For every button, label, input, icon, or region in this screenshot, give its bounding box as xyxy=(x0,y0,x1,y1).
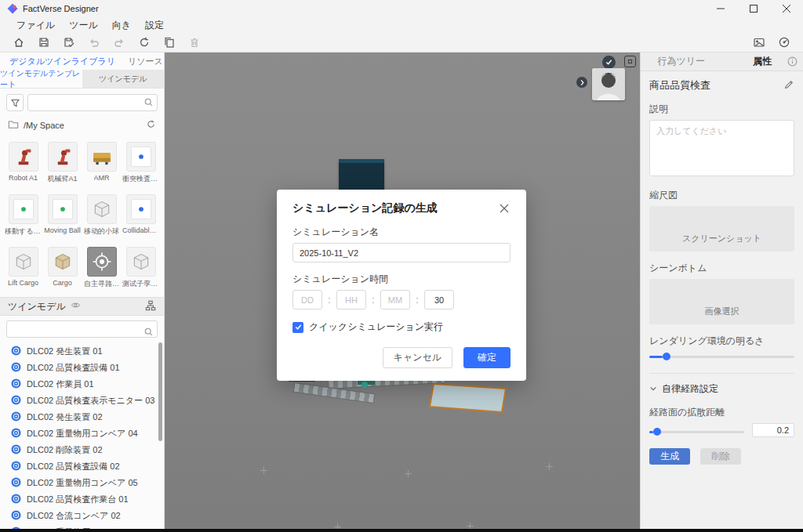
menu-orientation[interactable]: 向き xyxy=(105,17,138,34)
undo-icon[interactable] xyxy=(86,34,102,50)
target-icon xyxy=(87,247,117,277)
slider-thumb[interactable] xyxy=(663,353,670,360)
template-tile-robot-a1[interactable]: Robot A1 xyxy=(5,142,42,184)
twin-model-header-label: ツインモデル xyxy=(8,300,66,313)
twin-model-icon xyxy=(11,510,21,523)
template-tile-amr[interactable]: AMR xyxy=(83,142,120,184)
search-icon xyxy=(144,327,154,339)
redo-icon[interactable] xyxy=(111,34,127,50)
path-action-buttons: 生成 削除 xyxy=(649,448,794,465)
template-tile-moving-ball-zh[interactable]: 移动的小球 xyxy=(83,194,120,237)
quick-simulation-checkbox[interactable] xyxy=(292,322,303,333)
close-button[interactable] xyxy=(770,0,803,17)
visibility-icon[interactable] xyxy=(71,301,81,312)
confirm-check-icon[interactable] xyxy=(602,56,616,69)
folder-refresh-icon[interactable] xyxy=(146,119,156,132)
template-tile-lift-cargo[interactable]: Lift Cargo xyxy=(5,247,42,289)
subtab-twin-model-template[interactable]: ツインモデルテンプレート xyxy=(0,70,82,88)
subtab-twin-model[interactable]: ツインモデル xyxy=(82,70,165,88)
brightness-slider[interactable] xyxy=(649,352,794,361)
titlebar: FactVerse Designer xyxy=(0,0,803,17)
template-grid: Robot A1 机械臂A1 AMR 衝突検査立… 移動する球体 xyxy=(0,136,164,297)
tab-resources[interactable]: リソース xyxy=(128,56,163,67)
save-as-icon[interactable] xyxy=(61,34,77,50)
diffusion-slider[interactable] xyxy=(649,427,744,436)
model-search-input[interactable] xyxy=(6,320,158,338)
refresh-icon[interactable] xyxy=(136,34,152,50)
filter-icon[interactable] xyxy=(6,94,24,111)
template-tile-auto-pathfinding[interactable]: 自主寻路… xyxy=(83,247,120,289)
template-tile-cargo[interactable]: Cargo xyxy=(44,247,81,289)
delete-icon[interactable] xyxy=(187,34,202,50)
delete-path-button[interactable]: 削除 xyxy=(700,448,741,465)
time-hours-input[interactable] xyxy=(336,290,366,309)
list-item[interactable]: DLC02 発生装置 02 xyxy=(0,409,164,425)
minimize-button[interactable] xyxy=(704,0,737,17)
time-days-input[interactable] xyxy=(292,290,322,309)
list-item[interactable]: DLC02 重量物用コンベア 05 xyxy=(0,475,164,491)
info-icon[interactable] xyxy=(787,56,798,69)
folder-row[interactable]: /My Space xyxy=(0,115,164,136)
twin-model-icon xyxy=(11,411,21,424)
list-item[interactable]: DLC02 品質検査作業台 01 xyxy=(0,491,164,508)
diffusion-value-input[interactable] xyxy=(752,423,794,437)
maximize-button[interactable] xyxy=(737,0,770,17)
list-item[interactable]: DLC02 品質検査設備 01 xyxy=(0,360,164,376)
tab-behavior-tree[interactable]: 行為ツリー xyxy=(641,55,722,68)
auto-path-section-label: 自律経路設定 xyxy=(662,382,718,396)
list-item[interactable]: DLC02 合流コンベア 02 xyxy=(0,508,164,524)
avatar-preview[interactable] xyxy=(592,68,625,100)
template-label: Robot A1 xyxy=(9,174,38,182)
list-item[interactable]: DLC02 削除装置 02 xyxy=(0,442,164,458)
list-item-label: DLC02 発生装置 02 xyxy=(27,411,103,423)
scene-selected-panel[interactable] xyxy=(428,382,508,414)
menu-tools[interactable]: ツール xyxy=(62,17,105,34)
screenshot-area[interactable]: スクリーンショット xyxy=(649,206,794,252)
structure-icon[interactable] xyxy=(145,300,156,313)
template-tile-robot-arm-a1[interactable]: 机械臂A1 xyxy=(44,142,81,184)
menu-settings[interactable]: 設定 xyxy=(138,17,171,34)
menu-file[interactable]: ファイル xyxy=(9,17,62,34)
slider-fill xyxy=(649,356,663,358)
twin-model-icon xyxy=(11,362,21,375)
confirm-button[interactable]: 確定 xyxy=(463,347,511,368)
list-item[interactable]: DLC02 品質検査設備 02 xyxy=(0,458,164,475)
template-tile-collidable[interactable]: Collidable… xyxy=(122,194,159,237)
dashboard-icon[interactable] xyxy=(776,34,792,50)
template-tile-collision-check[interactable]: 衝突検査立… xyxy=(122,142,159,184)
template-search-row xyxy=(0,89,164,115)
auto-path-section-header[interactable]: 自律経路設定 xyxy=(649,373,794,396)
save-icon[interactable] xyxy=(36,34,52,50)
frame-select-icon[interactable] xyxy=(624,56,636,67)
list-item[interactable]: DLC02 重量物用コンベア 04 xyxy=(0,425,164,442)
amr-icon xyxy=(87,142,117,172)
template-tile-test-subtwin[interactable]: 测试子孪生体 xyxy=(122,247,159,289)
scene-machine[interactable] xyxy=(339,159,384,190)
list-item[interactable]: DLC02 発生装置 01 xyxy=(0,343,164,360)
template-tile-moving-ball[interactable]: Moving Ball xyxy=(44,194,81,237)
slider-thumb[interactable] xyxy=(653,428,661,436)
description-textarea[interactable] xyxy=(649,120,794,176)
tab-digital-twin-library[interactable]: デジタルツインライブラリ xyxy=(9,56,115,67)
template-search-input[interactable] xyxy=(27,94,158,111)
image-select-area[interactable]: 画像選択 xyxy=(649,279,794,324)
template-tile-moving-sphere-ja[interactable]: 移動する球体 xyxy=(5,194,42,237)
list-scrollbar[interactable] xyxy=(158,342,162,441)
twin-model-section-header[interactable]: ツインモデル xyxy=(0,297,164,316)
list-item[interactable]: DLC02 品質検査表示モニター 03 xyxy=(0,393,164,409)
home-icon[interactable] xyxy=(11,34,27,50)
time-seconds-input[interactable] xyxy=(424,290,454,309)
screenshot-export-icon[interactable] xyxy=(751,34,767,50)
edit-pencil-icon[interactable] xyxy=(783,79,794,92)
time-minutes-input[interactable] xyxy=(380,290,410,309)
cancel-button[interactable]: キャンセル xyxy=(383,347,452,368)
scene-worker[interactable] xyxy=(362,382,368,388)
twin-model-icon xyxy=(11,395,21,407)
list-item[interactable]: DLC02 作業員 01 xyxy=(0,376,164,393)
collapse-arrow-icon[interactable] xyxy=(576,77,587,88)
twin-model-icon xyxy=(11,477,21,490)
simulation-name-input[interactable] xyxy=(292,243,511,262)
generate-button[interactable]: 生成 xyxy=(649,448,690,465)
copy-icon[interactable] xyxy=(162,34,177,50)
dialog-close-icon[interactable] xyxy=(498,202,511,215)
